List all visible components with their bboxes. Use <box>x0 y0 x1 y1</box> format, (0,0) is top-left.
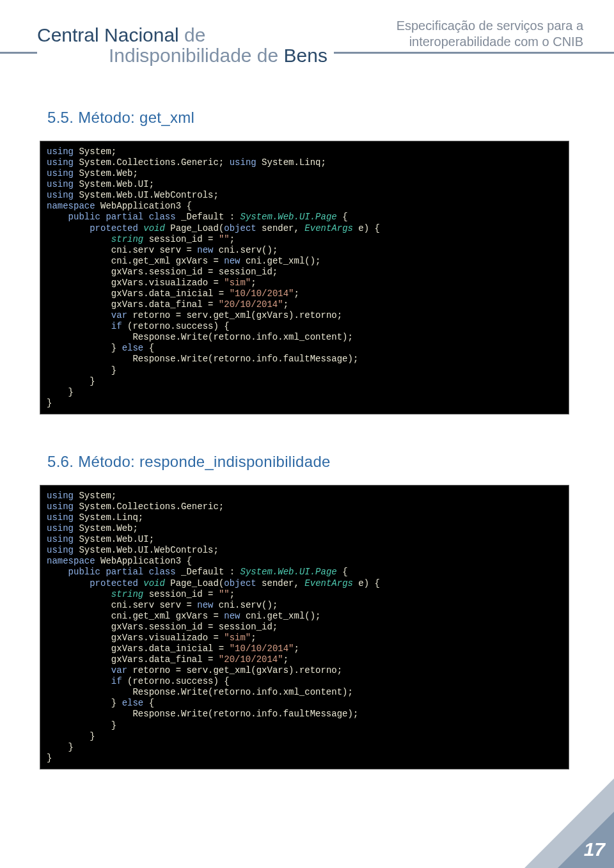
logo-line-2: Indisponibilidade de Bens <box>109 46 327 65</box>
section-heading-5-5: 5.5. Método: get_xml <box>47 109 581 127</box>
header-subtitle: Especificação de serviços para a interop… <box>390 18 583 50</box>
code-block-responde-indisponibilidade: using System; using System.Collections.G… <box>40 485 569 769</box>
code-block-get-xml: using System; using System.Collections.G… <box>40 141 569 414</box>
section-heading-5-6: 5.6. Método: responde_indisponibilidade <box>47 453 581 471</box>
page-number: 17 <box>584 839 605 860</box>
logo: Central Nacional de Indisponibilidade de… <box>37 26 334 65</box>
logo-line-1: Central Nacional de <box>37 26 327 45</box>
page-header: Central Nacional de Indisponibilidade de… <box>0 0 614 86</box>
